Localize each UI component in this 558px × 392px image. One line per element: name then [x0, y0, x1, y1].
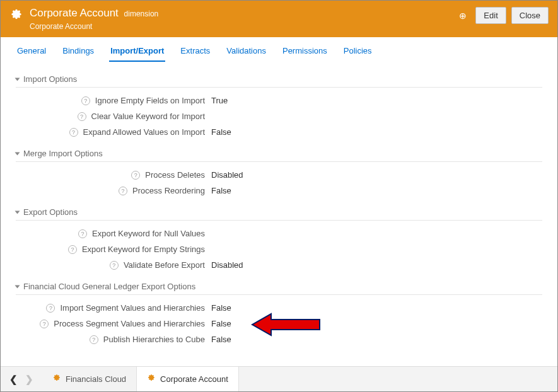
help-icon[interactable]: ? [46, 304, 55, 313]
field-label: Export Keyword for Null Values [92, 229, 205, 238]
tab-extracts[interactable]: Extracts [179, 43, 211, 62]
page-subtitle: Corporate Account [30, 22, 459, 31]
field-label: Process Deletes [145, 170, 205, 180]
page-title-suffix: dimension [124, 9, 159, 18]
field-label: Ignore Empty Fields on Import [95, 96, 205, 105]
field-label: Process Reordering [132, 186, 205, 195]
help-icon[interactable]: ? [81, 96, 90, 105]
help-icon[interactable]: ? [78, 229, 87, 238]
breadcrumb-tab-corporate-account[interactable]: Corporate Account [137, 367, 239, 391]
page-title-text: Corporate Account [30, 7, 119, 19]
tabs: General Bindings Import/Export Extracts … [1, 37, 557, 62]
header-actions: ⊕ Edit Close [459, 7, 549, 24]
gear-flower-icon [52, 374, 61, 384]
section-header[interactable]: Merge Import Options [16, 149, 542, 162]
row-ignore-empty: ? Ignore Empty Fields on Import True [16, 93, 542, 108]
breadcrumb-tab-label: Corporate Account [160, 374, 228, 384]
page-title: Corporate Account dimension [30, 7, 459, 20]
section-header[interactable]: Financial Cloud General Ledger Export Op… [16, 282, 542, 295]
field-value: False [211, 319, 542, 328]
tab-bindings[interactable]: Bindings [61, 43, 95, 62]
field-value: False [211, 186, 542, 195]
field-label: Process Segment Values and Hierarchies [54, 319, 205, 328]
row-validate-before: ? Validate Before Export Disabled [16, 257, 542, 273]
section-rows: ? Process Deletes Disabled ? Process Reo… [16, 162, 542, 199]
section-import-options: Import Options ? Ignore Empty Fields on … [16, 74, 542, 140]
collapse-icon [15, 210, 20, 214]
gear-flower-icon [147, 374, 156, 384]
tab-validations[interactable]: Validations [225, 43, 267, 62]
tab-policies[interactable]: Policies [342, 43, 373, 62]
help-icon[interactable]: ? [90, 335, 98, 344]
help-icon[interactable]: ? [69, 128, 78, 137]
field-value: Disabled [211, 260, 542, 270]
row-expand-allowed: ? Expand Allowed Values on Import False [16, 124, 542, 140]
tab-permissions[interactable]: Permissions [281, 43, 328, 62]
help-icon[interactable]: ? [110, 261, 119, 270]
field-label: Expand Allowed Values on Import [83, 127, 205, 137]
field-value: False [211, 335, 542, 344]
section-rows: ? Export Keyword for Null Values ? Expor… [16, 221, 542, 273]
row-clear-value: ? Clear Value Keyword for Import [16, 108, 542, 124]
edit-button[interactable]: Edit [475, 7, 506, 24]
row-publish-cube: ? Publish Hierarchies to Cube False [16, 331, 542, 347]
breadcrumb-tab-label: Financials Cloud [66, 374, 126, 384]
section-merge-import-options: Merge Import Options ? Process Deletes D… [16, 149, 542, 199]
help-icon[interactable]: ? [40, 320, 49, 328]
row-import-segment: ? Import Segment Values and Hierarchies … [16, 300, 542, 316]
collapse-icon [15, 152, 20, 155]
section-export-options: Export Options ? Export Keyword for Null… [16, 207, 542, 273]
section-title: Export Options [23, 207, 78, 217]
help-icon[interactable]: ? [68, 245, 77, 254]
window: Corporate Account dimension Corporate Ac… [0, 0, 558, 392]
close-button[interactable]: Close [511, 7, 549, 24]
field-value: False [211, 127, 542, 137]
breadcrumb-back-button[interactable]: ❮ [6, 371, 21, 388]
help-icon[interactable]: ? [131, 171, 140, 180]
tab-import-export[interactable]: Import/Export [109, 43, 165, 62]
section-header[interactable]: Import Options [16, 74, 542, 88]
field-value: Disabled [211, 170, 542, 180]
collapse-icon [15, 285, 20, 288]
field-label: Clear Value Keyword for Import [91, 112, 205, 121]
header: Corporate Account dimension Corporate Ac… [1, 1, 557, 37]
breadcrumb-tabs: Financials Cloud Corporate Account [42, 367, 239, 391]
section-header[interactable]: Export Options [16, 207, 542, 221]
plus-icon[interactable]: ⊕ [459, 11, 467, 21]
field-label: Validate Before Export [124, 260, 205, 270]
field-label: Publish Hierarchies to Cube [103, 335, 205, 344]
section-title: Financial Cloud General Ledger Export Op… [23, 282, 195, 291]
tab-general[interactable]: General [16, 43, 47, 62]
field-label: Export Keyword for Empty Strings [82, 245, 205, 254]
breadcrumb-forward-button[interactable]: ❯ [21, 371, 37, 388]
field-value: False [211, 303, 542, 313]
row-process-segment: ? Process Segment Values and Hierarchies… [16, 316, 542, 331]
gear-flower-icon [9, 8, 23, 22]
breadcrumb: ❮ ❯ Financials Cloud Corporate Account [1, 366, 557, 391]
section-fcgl-export-options: Financial Cloud General Ledger Export Op… [16, 282, 542, 347]
breadcrumb-nav: ❮ ❯ [1, 371, 42, 388]
row-process-deletes: ? Process Deletes Disabled [16, 167, 542, 183]
field-label: Import Segment Values and Hierarchies [60, 303, 205, 313]
collapse-icon [15, 78, 20, 81]
field-value: True [211, 96, 542, 105]
section-title: Import Options [23, 74, 77, 84]
help-icon[interactable]: ? [78, 112, 86, 121]
breadcrumb-tab-financials-cloud[interactable]: Financials Cloud [42, 367, 137, 391]
help-icon[interactable]: ? [119, 187, 127, 195]
section-rows: ? Ignore Empty Fields on Import True ? C… [16, 88, 542, 140]
section-rows: ? Import Segment Values and Hierarchies … [16, 295, 542, 347]
row-process-reordering: ? Process Reordering False [16, 183, 542, 199]
row-null-keyword: ? Export Keyword for Null Values [16, 226, 542, 241]
content: Import Options ? Ignore Empty Fields on … [1, 62, 557, 366]
header-titles: Corporate Account dimension Corporate Ac… [30, 7, 459, 31]
row-empty-keyword: ? Export Keyword for Empty Strings [16, 241, 542, 257]
section-title: Merge Import Options [23, 149, 103, 158]
